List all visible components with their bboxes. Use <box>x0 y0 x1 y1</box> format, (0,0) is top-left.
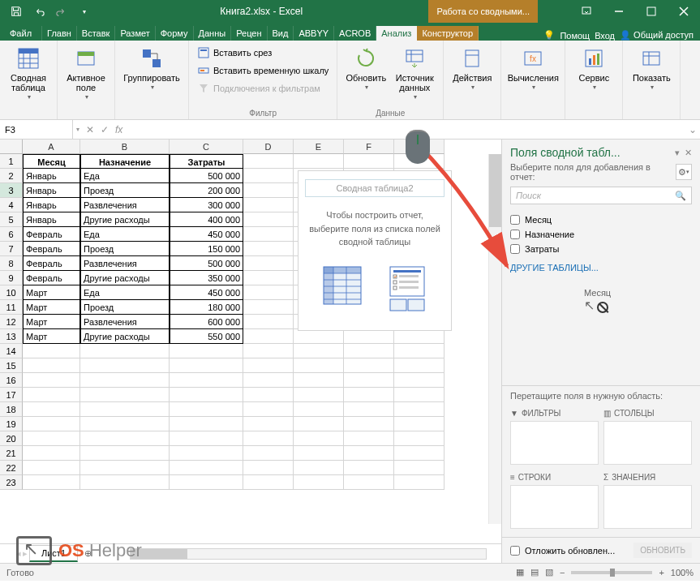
cell[interactable] <box>394 388 444 402</box>
cell[interactable] <box>394 358 444 373</box>
name-box-dropdown-icon[interactable]: ▾ <box>73 126 83 133</box>
cell[interactable]: Проезд <box>80 183 170 198</box>
tab-layout[interactable]: Размет <box>115 26 155 41</box>
close-icon[interactable] <box>668 0 700 23</box>
cell[interactable]: Развлечения <box>80 198 170 212</box>
tab-insert[interactable]: Вставк <box>77 26 116 41</box>
cell[interactable] <box>23 402 80 417</box>
view-normal-icon[interactable]: ▦ <box>516 567 524 577</box>
cell[interactable]: 350 000 <box>170 271 243 285</box>
cell[interactable]: 600 000 <box>170 315 243 329</box>
row-header[interactable]: 8 <box>0 256 23 271</box>
cell[interactable] <box>344 388 394 402</box>
actions-button[interactable]: Действия <box>449 44 496 93</box>
fx-icon[interactable]: fx <box>115 124 122 135</box>
cell[interactable] <box>394 373 444 388</box>
field-checkbox[interactable] <box>510 244 520 254</box>
cell[interactable]: Развлечения <box>80 256 170 271</box>
cell[interactable] <box>344 417 394 431</box>
field-item[interactable]: Назначение <box>510 227 692 242</box>
cell[interactable] <box>243 329 294 344</box>
row-header[interactable]: 13 <box>0 329 23 344</box>
cell[interactable] <box>80 475 170 490</box>
row-header[interactable]: 10 <box>0 285 23 300</box>
calculations-button[interactable]: fx Вычисления <box>506 44 560 93</box>
cancel-formula-icon[interactable]: ✕ <box>86 124 94 135</box>
cell[interactable] <box>344 461 394 475</box>
show-button[interactable]: Показать <box>628 44 675 93</box>
cell[interactable] <box>294 329 344 344</box>
refresh-button[interactable]: Обновить <box>342 44 389 93</box>
cell[interactable] <box>243 446 294 461</box>
cell[interactable]: 450 000 <box>170 285 243 300</box>
cell[interactable] <box>294 417 344 431</box>
cell[interactable] <box>243 183 294 198</box>
field-item[interactable]: Затраты <box>510 242 692 256</box>
cell[interactable]: Другие расходы <box>80 271 170 285</box>
cell[interactable] <box>294 402 344 417</box>
cell[interactable]: 300 000 <box>170 198 243 212</box>
row-header[interactable]: 7 <box>0 242 23 256</box>
cell[interactable] <box>243 431 294 446</box>
field-pane-options-button[interactable]: ⚙▾ <box>676 164 692 180</box>
field-pane-close-icon[interactable]: ✕ <box>685 148 692 158</box>
login-button[interactable]: Вход <box>595 31 615 41</box>
cell[interactable]: Другие расходы <box>80 329 170 344</box>
cell[interactable] <box>243 344 294 358</box>
cell[interactable]: 180 000 <box>170 300 243 315</box>
col-header[interactable]: F <box>344 139 394 154</box>
cell[interactable] <box>243 169 294 183</box>
active-field-button[interactable]: Активное поле <box>62 44 110 103</box>
cell[interactable] <box>170 446 243 461</box>
field-pane-dropdown-icon[interactable]: ▾ <box>675 148 680 158</box>
cell[interactable] <box>344 358 394 373</box>
cell[interactable] <box>23 344 80 358</box>
zoom-in-button[interactable]: + <box>659 568 663 577</box>
cell[interactable] <box>344 329 394 344</box>
cell[interactable] <box>23 358 80 373</box>
col-header[interactable]: D <box>243 139 294 154</box>
more-tables-link[interactable]: ДРУГИЕ ТАБЛИЦЫ... <box>502 260 700 279</box>
row-header[interactable]: 23 <box>0 475 23 490</box>
cell[interactable] <box>344 344 394 358</box>
update-button[interactable]: ОБНОВИТЬ <box>633 543 692 558</box>
cell[interactable]: Январь <box>23 198 80 212</box>
cell[interactable]: Затраты <box>170 154 243 169</box>
data-source-button[interactable]: Источник данных <box>391 44 438 103</box>
cell[interactable]: Развлечения <box>80 315 170 329</box>
row-header[interactable]: 20 <box>0 431 23 446</box>
cell[interactable] <box>294 475 344 490</box>
cell[interactable] <box>80 446 170 461</box>
cell[interactable]: Февраль <box>23 271 80 285</box>
cell[interactable] <box>243 271 294 285</box>
col-header[interactable]: E <box>294 139 344 154</box>
tab-view[interactable]: Вид <box>268 26 294 41</box>
zoom-out-button[interactable]: − <box>560 568 565 577</box>
cell[interactable]: Январь <box>23 169 80 183</box>
maximize-icon[interactable] <box>635 0 668 23</box>
cell[interactable]: 550 000 <box>170 329 243 344</box>
tab-abbyy[interactable]: ABBYY <box>294 26 334 41</box>
row-header[interactable]: 18 <box>0 402 23 417</box>
row-header[interactable]: 19 <box>0 417 23 431</box>
cell[interactable] <box>243 315 294 329</box>
row-header[interactable]: 2 <box>0 169 23 183</box>
tab-analyze[interactable]: Анализ <box>376 26 417 41</box>
cell[interactable]: Еда <box>80 285 170 300</box>
cell[interactable] <box>344 402 394 417</box>
row-header[interactable]: 22 <box>0 461 23 475</box>
row-header[interactable]: 17 <box>0 388 23 402</box>
tab-review[interactable]: Рецен <box>231 26 267 41</box>
cell[interactable]: 400 000 <box>170 212 243 227</box>
cell[interactable] <box>394 402 444 417</box>
cell[interactable] <box>344 373 394 388</box>
view-break-icon[interactable]: ▧ <box>545 567 553 577</box>
cell[interactable] <box>243 388 294 402</box>
cell[interactable]: Еда <box>80 169 170 183</box>
cell[interactable] <box>243 242 294 256</box>
name-box[interactable]: F3 <box>0 120 73 139</box>
cell[interactable] <box>394 344 444 358</box>
cell[interactable] <box>80 431 170 446</box>
cell[interactable] <box>243 256 294 271</box>
field-search-input[interactable]: Поиск 🔍 <box>510 187 692 204</box>
